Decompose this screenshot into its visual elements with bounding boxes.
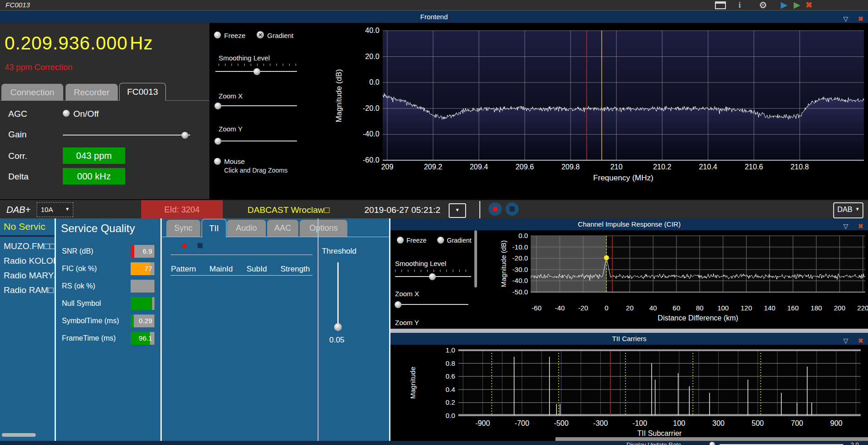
svg-text:0.6: 0.6 — [445, 372, 455, 380]
window-icon[interactable] — [715, 1, 726, 9]
gradient-checked-icon[interactable]: ✕ — [257, 31, 264, 38]
service-list-panel: No Servic MUZO.FM□□ Radio KOLOR□ Radio M… — [0, 218, 55, 441]
chevron-down-icon: ▼ — [455, 207, 460, 212]
tii-carriers-plot[interactable]: 1.00.80.60.40.20.0-900-700-500-300-10010… — [394, 345, 868, 441]
svg-text:20: 20 — [626, 304, 634, 312]
horizontal-scrollbar[interactable] — [2, 433, 36, 437]
tab-options[interactable]: Options — [300, 220, 347, 237]
cir-zoomx-slider[interactable] — [395, 304, 468, 305]
tab-aac[interactable]: AAC — [267, 220, 298, 237]
freeze-label: Freeze — [224, 32, 246, 39]
gain-slider[interactable] — [63, 135, 190, 136]
svg-text:0: 0 — [604, 304, 608, 312]
mouse-radio[interactable] — [214, 158, 221, 165]
quality-label: RS (ok %) — [62, 282, 95, 290]
info-icon[interactable]: i — [735, 0, 744, 10]
stop-button[interactable] — [505, 202, 519, 216]
gear-icon[interactable]: ⚙ — [757, 0, 769, 10]
zoomx-slider[interactable] — [215, 105, 297, 106]
svg-text:-30.0: -30.0 — [512, 266, 528, 273]
frontend-panel-header: Frontend ▽ ✖ — [0, 11, 868, 23]
tab-tii[interactable]: TII — [202, 219, 226, 238]
vertical-scrollbar[interactable] — [474, 230, 477, 288]
zoomy-slider[interactable] — [215, 141, 297, 141]
svg-text:Magnitude (dB): Magnitude (dB) — [335, 69, 343, 122]
smoothing-ticks — [219, 64, 297, 66]
svg-text:220: 220 — [857, 304, 868, 312]
column-header-subid: SubId — [247, 265, 267, 274]
svg-text:500: 500 — [752, 419, 764, 427]
svg-text:210.2: 210.2 — [653, 163, 671, 171]
cir-panel-header: Channel Impulse Response (CIR) ▽ ✖ — [390, 218, 868, 230]
display-update-rate-value: 2.0 — [851, 441, 859, 445]
agc-radio[interactable] — [63, 110, 70, 117]
svg-text:210.6: 210.6 — [745, 163, 763, 171]
record-button[interactable] — [489, 202, 502, 216]
column-header-mainid: MainId — [209, 265, 233, 274]
quality-label: Null Symbol — [62, 299, 101, 308]
cir-freeze-label: Freeze — [407, 237, 427, 244]
spectrum-plot[interactable]: 40.020.00.0-20.0-40.0-60.0209209.2209.42… — [321, 23, 868, 199]
svg-text:-40.0: -40.0 — [512, 277, 528, 284]
svg-text:-900: -900 — [475, 419, 490, 427]
zoomy-slider-knob[interactable] — [214, 138, 221, 145]
svg-text:900: 900 — [830, 419, 842, 427]
service-item[interactable]: Radio RAM□ — [4, 285, 54, 295]
svg-text:40.0: 40.0 — [365, 27, 379, 34]
play-green-icon[interactable]: ▶ — [791, 0, 803, 10]
service-list-header: No Servic — [4, 221, 45, 232]
threshold-slider[interactable] — [337, 262, 339, 331]
svg-text:0.4: 0.4 — [445, 385, 455, 393]
freeze-radio[interactable] — [214, 32, 221, 38]
cir-freeze-radio[interactable] — [397, 237, 404, 244]
corr-value-badge: 043 ppm — [63, 147, 125, 164]
svg-text:Magnitude (dB): Magnitude (dB) — [500, 240, 507, 288]
tab-sync[interactable]: Sync — [166, 220, 200, 237]
cir-gradient-label: Gradient — [447, 237, 472, 244]
close-icon[interactable]: ✖ — [803, 0, 815, 10]
svg-text:200: 200 — [834, 304, 846, 312]
quality-label: SymbolTime (ms) — [62, 317, 119, 325]
tii-checkbox[interactable] — [198, 243, 203, 248]
svg-text:-20.0: -20.0 — [363, 104, 380, 112]
tab-audio[interactable]: Audio — [227, 220, 266, 237]
svg-text:60: 60 — [673, 304, 681, 312]
cir-gradient-radio[interactable] — [437, 237, 444, 244]
threshold-slider-knob[interactable] — [334, 323, 342, 331]
expand-combobox-button[interactable]: ▼ — [449, 203, 466, 218]
cir-smoothing-slider-knob[interactable] — [429, 273, 436, 280]
cir-zoomx-slider-knob[interactable] — [395, 301, 401, 308]
service-item[interactable]: Radio KOLOR□ — [4, 256, 55, 266]
tab-fc0013[interactable]: FC0013 — [119, 83, 166, 101]
gain-slider-knob[interactable] — [181, 132, 188, 139]
service-item[interactable]: MUZO.FM□□ — [4, 241, 55, 251]
horizontal-scrollbar[interactable] — [555, 437, 868, 441]
dab-mode-label: DAB+ — [6, 205, 31, 215]
tab-recorder[interactable]: Recorder — [66, 84, 118, 101]
svg-text:80: 80 — [696, 304, 703, 312]
play-blue-icon[interactable]: ▶ — [778, 0, 790, 10]
svg-text:209.6: 209.6 — [516, 163, 534, 171]
record-dot-icon — [493, 206, 498, 212]
quality-label: SNR (dB) — [62, 247, 93, 255]
horizontal-panel-divider — [390, 329, 868, 333]
display-update-rate-radio[interactable] — [709, 442, 715, 445]
zoomx-slider-knob[interactable] — [214, 103, 221, 109]
tii-carriers-body: 1.00.80.60.40.20.0-900-700-500-300-10010… — [390, 345, 868, 441]
cir-plot[interactable]: 0.0-10.0-20.0-30.0-40.0-50.0-60-40-20020… — [481, 230, 868, 329]
svg-text:-50.0: -50.0 — [512, 288, 528, 296]
cir-zoomy-label: Zoom Y — [395, 319, 419, 326]
service-item[interactable]: Radio MARYJA — [4, 271, 55, 281]
output-combobox[interactable]: DAB ▼ — [833, 202, 863, 218]
service-quality-panel: Service Quality SNR (dB) 6.9 FIC (ok %) … — [56, 218, 160, 441]
quality-badge-rs — [131, 280, 154, 293]
channel-combobox[interactable]: 10A ▼ — [37, 202, 73, 217]
cir-zoomx-label: Zoom X — [395, 290, 419, 298]
smoothing-slider-knob[interactable] — [253, 68, 260, 75]
ensemble-name-label: DABCAST Wroclaw□ — [247, 205, 330, 215]
mouse-label: Mouse — [224, 157, 245, 165]
svg-text:-60.0: -60.0 — [363, 156, 380, 164]
tab-connection[interactable]: Connection — [1, 84, 63, 101]
svg-text:Magnitude: Magnitude — [409, 367, 417, 399]
frontend-body: 0.209.936.000 Hz 43 ppm Correction Conne… — [0, 23, 868, 199]
